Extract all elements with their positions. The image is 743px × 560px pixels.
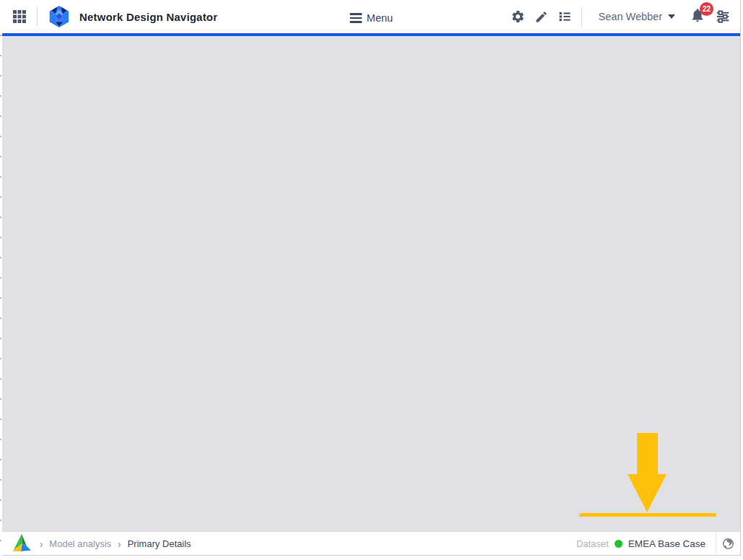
app-logo-icon: [47, 4, 71, 29]
footer-right-group: Dataset EMEA Base Case: [576, 532, 740, 555]
header-left-group: Network Design Navigator: [12, 4, 218, 29]
breadcrumb-primary-details: Primary Details: [128, 538, 191, 549]
breadcrumb: › Model analysis › Primary Details: [40, 538, 191, 549]
header-divider: [37, 7, 38, 26]
breadcrumb-model-analysis[interactable]: Model analysis: [49, 538, 111, 549]
top-app-bar: Network Design Navigator Menu: [2, 0, 740, 36]
header-divider: [581, 7, 582, 26]
footer-logo-icon: [11, 533, 32, 554]
notification-badge: 22: [700, 2, 713, 16]
app-title: Network Design Navigator: [79, 11, 218, 23]
bottom-status-bar: › Model analysis › Primary Details Datas…: [2, 531, 740, 555]
highlight-underline: [579, 513, 716, 517]
breadcrumb-separator: ›: [118, 537, 120, 549]
chevron-down-icon: [668, 14, 675, 19]
header-right-group: Sean Webber 22: [501, 7, 731, 26]
notifications-button[interactable]: 22: [690, 7, 705, 26]
breadcrumb-separator: ›: [40, 537, 43, 549]
edit-pencil-icon[interactable]: [535, 10, 548, 24]
dataset-value: EMEA Base Case: [628, 538, 705, 549]
user-name: Sean Webber: [599, 11, 662, 22]
globe-icon: [722, 538, 734, 550]
screen: Network Design Navigator Menu: [0, 0, 743, 560]
apps-grid-icon[interactable]: [12, 9, 27, 25]
menu-label: Menu: [366, 12, 392, 24]
filter-sliders-icon[interactable]: [715, 9, 731, 25]
app-window: Network Design Navigator Menu: [2, 0, 741, 556]
hamburger-icon: [349, 13, 361, 23]
dataset-status-dot: [615, 540, 623, 548]
content-area: [2, 36, 740, 531]
apps-grid-glyph: [12, 9, 27, 25]
list-icon[interactable]: [558, 9, 572, 24]
dataset-selector[interactable]: Dataset EMEA Base Case: [576, 538, 716, 549]
dataset-label: Dataset: [576, 538, 609, 549]
menu-button[interactable]: Menu: [349, 0, 392, 36]
highlight-arrow: [625, 433, 669, 514]
user-menu[interactable]: Sean Webber: [599, 11, 675, 22]
settings-gear-icon[interactable]: [511, 9, 525, 24]
globe-button[interactable]: [716, 532, 740, 555]
